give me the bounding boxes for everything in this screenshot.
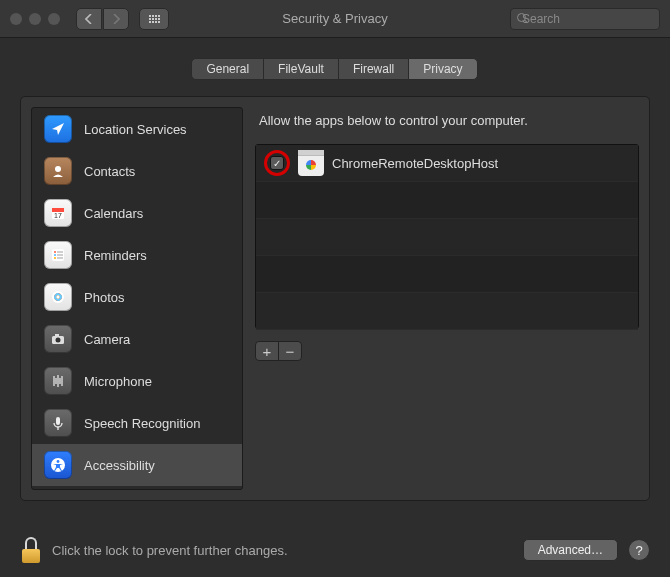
- sidebar-item-label: Camera: [84, 332, 130, 347]
- window-titlebar: Security & Privacy: [0, 0, 670, 38]
- app-row[interactable]: ✓ChromeRemoteDesktopHost: [256, 145, 638, 182]
- chevron-right-icon: [112, 14, 120, 24]
- svg-point-16: [56, 338, 61, 343]
- chevron-left-icon: [85, 14, 93, 24]
- content-pane: Allow the apps below to control your com…: [255, 107, 639, 490]
- chrome-app-icon: [298, 150, 324, 176]
- sidebar-item-label: Contacts: [84, 164, 135, 179]
- search-input[interactable]: [522, 12, 670, 26]
- zoom-window-button[interactable]: [48, 13, 60, 25]
- sidebar-item-label: Microphone: [84, 374, 152, 389]
- sidebar-item-microphone[interactable]: Microphone: [32, 360, 242, 402]
- sidebar-item-photos[interactable]: Photos: [32, 276, 242, 318]
- window-title: Security & Privacy: [282, 11, 387, 26]
- tab-privacy[interactable]: Privacy: [408, 58, 477, 80]
- back-button[interactable]: [76, 8, 102, 30]
- sidebar-item-reminders[interactable]: Reminders: [32, 234, 242, 276]
- svg-point-0: [55, 166, 61, 172]
- remove-app-button[interactable]: −: [278, 341, 302, 361]
- tab-bar: GeneralFileVaultFirewallPrivacy: [0, 58, 670, 80]
- advanced-button[interactable]: Advanced…: [523, 539, 618, 561]
- sidebar-item-accessibility[interactable]: Accessibility: [32, 444, 242, 486]
- show-all-button[interactable]: [139, 8, 169, 30]
- grid-icon: [149, 15, 160, 23]
- speech-icon: [44, 409, 72, 437]
- svg-point-11: [52, 291, 64, 303]
- svg-rect-8: [57, 251, 63, 252]
- tab-firewall[interactable]: Firewall: [338, 58, 409, 80]
- svg-rect-9: [57, 254, 63, 255]
- nav-buttons: [76, 8, 129, 30]
- sidebar-item-speech[interactable]: Speech Recognition: [32, 402, 242, 444]
- app-row-empty: [256, 256, 638, 293]
- search-field[interactable]: [510, 8, 660, 30]
- close-window-button[interactable]: [10, 13, 22, 25]
- sidebar-item-label: Reminders: [84, 248, 147, 263]
- sidebar-item-label: Speech Recognition: [84, 416, 200, 431]
- photos-icon: [44, 283, 72, 311]
- contacts-icon: [44, 157, 72, 185]
- app-checkbox[interactable]: ✓: [264, 150, 290, 176]
- app-row-empty: [256, 182, 638, 219]
- main-panel: Location ServicesContacts17CalendarsRemi…: [20, 96, 650, 501]
- sidebar-item-label: Accessibility: [84, 458, 155, 473]
- camera-icon: [44, 325, 72, 353]
- sidebar-item-camera[interactable]: Camera: [32, 318, 242, 360]
- app-row-empty: [256, 293, 638, 330]
- sidebar-item-contacts[interactable]: Contacts: [32, 150, 242, 192]
- svg-point-5: [54, 251, 56, 253]
- accessibility-icon: [44, 451, 72, 479]
- traffic-lights: [10, 13, 60, 25]
- add-app-button[interactable]: +: [255, 341, 279, 361]
- svg-text:17: 17: [54, 212, 62, 219]
- lock-button[interactable]: [20, 537, 42, 563]
- reminders-icon: [44, 241, 72, 269]
- calendar-icon: 17: [44, 199, 72, 227]
- location-icon: [44, 115, 72, 143]
- sidebar-item-label: Location Services: [84, 122, 187, 137]
- minimize-window-button[interactable]: [29, 13, 41, 25]
- app-list: ✓ChromeRemoteDesktopHost: [255, 144, 639, 329]
- sidebar-item-label: Calendars: [84, 206, 143, 221]
- app-row-empty: [256, 219, 638, 256]
- lock-text: Click the lock to prevent further change…: [52, 543, 288, 558]
- sidebar-item-calendar[interactable]: 17Calendars: [32, 192, 242, 234]
- content-title: Allow the apps below to control your com…: [259, 113, 635, 128]
- privacy-sidebar: Location ServicesContacts17CalendarsRemi…: [31, 107, 243, 490]
- svg-rect-18: [56, 417, 60, 425]
- add-remove-buttons: + −: [255, 341, 639, 361]
- app-name-label: ChromeRemoteDesktopHost: [332, 156, 498, 171]
- svg-point-21: [57, 460, 60, 463]
- tab-filevault[interactable]: FileVault: [263, 58, 339, 80]
- sidebar-item-label: Photos: [84, 290, 124, 305]
- help-button[interactable]: ?: [628, 539, 650, 561]
- footer: Click the lock to prevent further change…: [0, 523, 670, 577]
- highlight-ring-icon: [264, 150, 290, 176]
- svg-point-6: [54, 254, 56, 256]
- svg-rect-17: [55, 334, 59, 337]
- microphone-icon: [44, 367, 72, 395]
- tab-general[interactable]: General: [191, 58, 264, 80]
- sidebar-item-location[interactable]: Location Services: [32, 108, 242, 150]
- svg-rect-10: [57, 257, 63, 258]
- svg-point-7: [54, 257, 56, 259]
- forward-button[interactable]: [103, 8, 129, 30]
